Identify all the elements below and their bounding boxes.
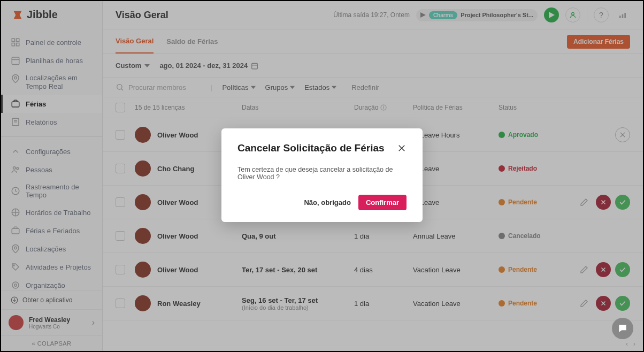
cancel-leave-modal: Cancelar Solicitação de Férias Tem certe…: [221, 128, 423, 222]
pagination: ‹ ›: [626, 340, 635, 348]
chat-widget[interactable]: [612, 318, 633, 339]
modal-overlay: Cancelar Solicitação de Férias Tem certe…: [1, 1, 643, 351]
chat-icon: [617, 323, 628, 334]
next-page[interactable]: ›: [633, 340, 635, 348]
modal-confirm-button[interactable]: Confirmar: [358, 195, 407, 210]
modal-no-button[interactable]: Não, obrigado: [304, 198, 350, 206]
modal-body-text: Tem certeza de que deseja cancelar a sol…: [237, 166, 407, 181]
modal-close-button[interactable]: [397, 143, 407, 153]
modal-title: Cancelar Solicitação de Férias: [237, 142, 385, 154]
close-icon: [397, 143, 407, 153]
prev-page[interactable]: ‹: [626, 340, 628, 348]
